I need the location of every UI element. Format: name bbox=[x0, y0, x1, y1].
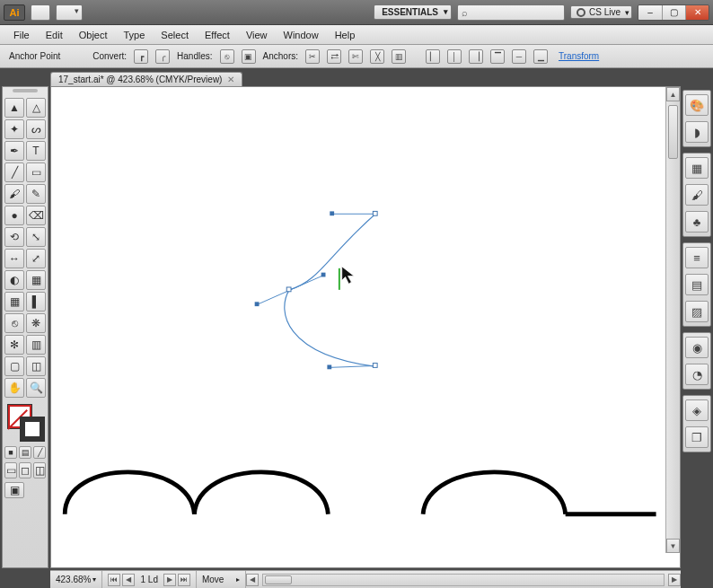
symbol-sprayer-tool[interactable]: ✻ bbox=[4, 335, 24, 355]
document-tab[interactable]: 17_start.ai* @ 423.68% (CMYK/Preview) ✕ bbox=[50, 72, 242, 86]
menu-help[interactable]: Help bbox=[327, 27, 364, 43]
help-search[interactable]: ⌕ bbox=[457, 4, 565, 21]
transform-link[interactable]: Transform bbox=[559, 51, 599, 61]
zoom-tool[interactable]: 🔍 bbox=[26, 378, 46, 398]
zoom-field[interactable]: 423.68% ▾ bbox=[50, 571, 102, 588]
menu-window[interactable]: Window bbox=[276, 27, 327, 43]
hand-tool[interactable]: ✋ bbox=[4, 378, 24, 398]
align-top-icon[interactable]: ▔ bbox=[490, 49, 505, 64]
scroll-down-icon[interactable]: ▼ bbox=[666, 539, 680, 553]
menu-type[interactable]: Type bbox=[116, 27, 154, 43]
draw-behind-icon[interactable]: ◻ bbox=[19, 462, 31, 478]
menu-view[interactable]: View bbox=[238, 27, 276, 43]
artboard[interactable] bbox=[51, 87, 665, 553]
column-graph-tool[interactable]: ▥ bbox=[26, 335, 46, 355]
cut-path-icon[interactable]: ✄ bbox=[348, 49, 363, 64]
direct-selection-tool[interactable]: △ bbox=[26, 98, 46, 118]
slice-tool[interactable]: ◫ bbox=[26, 356, 46, 376]
paintbrush-tool[interactable]: 🖌 bbox=[4, 184, 24, 204]
anchor-opt2-icon[interactable]: ▥ bbox=[392, 49, 406, 64]
color-guide-panel-icon[interactable]: ◗ bbox=[685, 121, 709, 143]
lasso-tool[interactable]: ᔕ bbox=[26, 119, 46, 139]
h-scroll-thumb[interactable] bbox=[265, 575, 292, 584]
stroke-panel-icon[interactable]: ≡ bbox=[685, 247, 709, 268]
magic-wand-tool[interactable]: ✦ bbox=[4, 119, 24, 139]
artboards-panel-icon[interactable]: ❐ bbox=[685, 426, 709, 448]
close-tab-icon[interactable]: ✕ bbox=[227, 75, 234, 84]
gradient-panel-icon[interactable]: ▤ bbox=[685, 274, 709, 295]
hscroll-right-icon[interactable]: ▶ bbox=[668, 574, 681, 586]
remove-anchor-icon[interactable]: ✂ bbox=[305, 49, 320, 64]
show-handles-icon[interactable]: ⎋ bbox=[220, 49, 234, 64]
connect-anchor-icon[interactable]: ⮂ bbox=[327, 49, 341, 64]
v-scroll-thumb[interactable] bbox=[668, 105, 678, 159]
menu-select[interactable]: Select bbox=[153, 27, 197, 43]
blob-brush-tool[interactable]: ● bbox=[4, 206, 24, 225]
arrange-documents-icon[interactable] bbox=[56, 4, 83, 21]
eyedropper-tool[interactable]: ⎋ bbox=[4, 313, 24, 333]
swatches-panel-icon[interactable]: ▦ bbox=[685, 157, 709, 179]
type-tool[interactable]: T bbox=[26, 141, 46, 161]
none-mode-icon[interactable]: ╱ bbox=[33, 446, 46, 459]
artboard-first-icon[interactable]: ⏮ bbox=[108, 574, 120, 586]
pen-tool[interactable]: ✒ bbox=[4, 141, 24, 161]
artboard-last-icon[interactable]: ⏭ bbox=[178, 574, 190, 586]
graphic-styles-panel-icon[interactable]: ◔ bbox=[685, 364, 709, 385]
menu-file[interactable]: File bbox=[5, 27, 38, 43]
minimize-button[interactable]: – bbox=[638, 5, 662, 20]
align-hcenter-icon[interactable]: │ bbox=[447, 49, 462, 64]
draw-inside-icon[interactable]: ◫ bbox=[33, 462, 46, 478]
color-mode-icon[interactable]: ■ bbox=[4, 446, 17, 459]
brushes-panel-icon[interactable]: 🖌 bbox=[685, 184, 709, 206]
scale-tool[interactable]: ⤡ bbox=[26, 227, 46, 247]
maximize-button[interactable]: ▢ bbox=[662, 5, 685, 20]
fill-stroke-control[interactable] bbox=[4, 401, 46, 443]
artboard-nav-value[interactable]: 1 Ld bbox=[136, 575, 161, 584]
layers-panel-icon[interactable]: ◈ bbox=[685, 399, 709, 421]
scroll-up-icon[interactable]: ▲ bbox=[666, 87, 680, 101]
eraser-tool[interactable]: ⌫ bbox=[26, 206, 46, 225]
anchor-opt1-icon[interactable]: ╳ bbox=[370, 49, 384, 64]
menu-object[interactable]: Object bbox=[71, 27, 116, 43]
artboard-prev-icon[interactable]: ◀ bbox=[122, 574, 135, 586]
help-search-input[interactable] bbox=[471, 7, 560, 18]
zoom-dropdown-icon[interactable]: ▾ bbox=[92, 575, 96, 584]
pencil-tool[interactable]: ✎ bbox=[26, 184, 46, 204]
artboard-next-icon[interactable]: ▶ bbox=[163, 574, 176, 586]
gradient-mode-icon[interactable]: ▤ bbox=[19, 446, 31, 459]
menu-edit[interactable]: Edit bbox=[38, 27, 71, 43]
canvas[interactable]: ▲ ▼ bbox=[50, 86, 681, 568]
hscroll-left-icon[interactable]: ◀ bbox=[246, 574, 259, 586]
cslive-menu[interactable]: CS Live bbox=[570, 5, 632, 19]
perspective-grid-tool[interactable]: ▦ bbox=[26, 270, 46, 290]
width-tool[interactable]: ↔ bbox=[4, 249, 24, 268]
vertical-scrollbar[interactable]: ▲ ▼ bbox=[665, 87, 680, 553]
color-panel-icon[interactable]: 🎨 bbox=[685, 94, 709, 116]
tool-hint-menu-icon[interactable]: ▸ bbox=[236, 575, 240, 584]
align-bottom-icon[interactable]: ▁ bbox=[533, 49, 548, 64]
hide-handles-icon[interactable]: ▣ bbox=[242, 49, 256, 64]
rotate-tool[interactable]: ⟲ bbox=[4, 227, 24, 247]
align-right-icon[interactable]: ▕ bbox=[469, 49, 483, 64]
gradient-tool[interactable]: ▌ bbox=[26, 292, 46, 312]
menu-effect[interactable]: Effect bbox=[197, 27, 238, 43]
close-button[interactable]: ✕ bbox=[685, 5, 709, 20]
bridge-icon[interactable] bbox=[31, 4, 50, 21]
line-segment-tool[interactable]: ╱ bbox=[4, 162, 24, 182]
transparency-panel-icon[interactable]: ▨ bbox=[685, 301, 709, 322]
align-vcenter-icon[interactable]: ─ bbox=[512, 49, 526, 64]
convert-corner-icon[interactable]: ┏ bbox=[134, 49, 148, 64]
blend-tool[interactable]: ❋ bbox=[26, 313, 46, 333]
rectangle-tool[interactable]: ▭ bbox=[26, 162, 46, 182]
panel-grip-icon[interactable] bbox=[4, 89, 46, 96]
screen-mode-icon[interactable]: ▣ bbox=[4, 482, 24, 498]
appearance-panel-icon[interactable]: ◉ bbox=[685, 337, 709, 358]
stroke-swatch[interactable] bbox=[21, 417, 44, 441]
draw-normal-icon[interactable]: ▭ bbox=[4, 462, 17, 478]
mesh-tool[interactable]: ▦ bbox=[4, 292, 24, 312]
horizontal-scrollbar[interactable] bbox=[262, 574, 665, 586]
free-transform-tool[interactable]: ⤢ bbox=[26, 249, 46, 268]
artboard-tool[interactable]: ▢ bbox=[4, 356, 24, 376]
shape-builder-tool[interactable]: ◐ bbox=[4, 270, 24, 290]
symbols-panel-icon[interactable]: ♣ bbox=[685, 211, 709, 233]
